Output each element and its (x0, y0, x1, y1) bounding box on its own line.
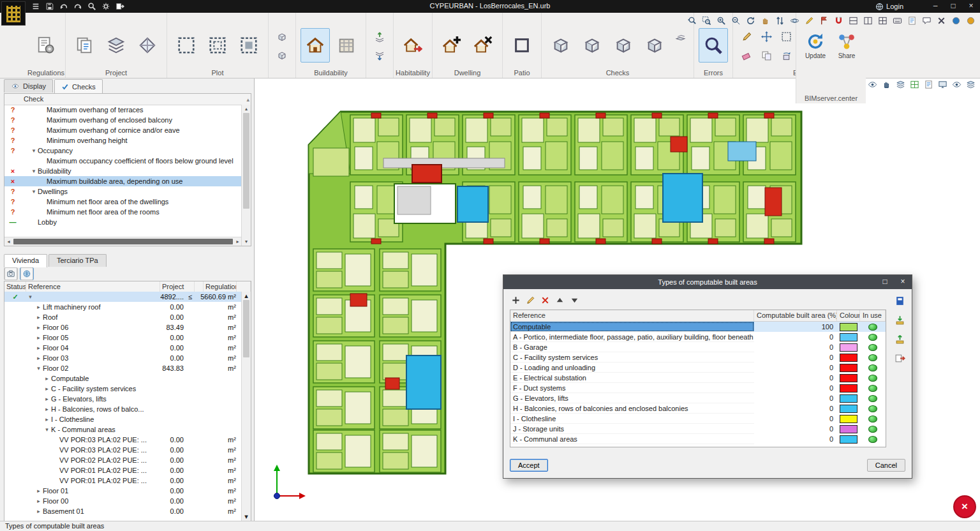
check-tree-item[interactable]: ×▾Buildability (4, 166, 242, 176)
visibility-icon[interactable] (866, 79, 878, 90)
pan-icon[interactable] (759, 14, 772, 27)
patio-button[interactable] (507, 28, 537, 63)
in-use-indicator[interactable] (868, 334, 877, 341)
colour-swatch[interactable] (840, 394, 858, 403)
check-tree-item[interactable]: ?Minimum net floor area of the rooms (4, 207, 242, 217)
colour-swatch[interactable] (840, 333, 858, 341)
tab-checks[interactable]: Checks (54, 79, 103, 93)
dialog-table-row[interactable]: I - Clothesline0 (510, 414, 886, 424)
region-button[interactable] (777, 28, 795, 45)
tree-vertical-scrollbar[interactable]: ▴▾ (241, 105, 251, 246)
check-buildability-button[interactable] (609, 28, 638, 63)
results-row[interactable]: VV POR:01 PLA:02 PUE: ...0.00m² (4, 475, 242, 486)
plot-area-button[interactable] (234, 28, 264, 63)
dialog-maximize-button[interactable]: □ (876, 275, 894, 289)
pan-view-icon[interactable] (880, 79, 892, 90)
in-use-indicator[interactable] (868, 395, 877, 402)
keyboard-icon[interactable] (891, 14, 904, 27)
results-row[interactable]: ▸Roof0.00m² (4, 312, 242, 322)
check-plan-button[interactable] (671, 28, 689, 45)
results-row[interactable]: ▸Lift machinery roof0.00m² (4, 302, 242, 312)
move-up-icon[interactable] (554, 294, 566, 306)
in-use-indicator[interactable] (868, 354, 877, 361)
zoom-in-icon[interactable] (715, 14, 728, 27)
import-config-icon[interactable] (893, 313, 906, 326)
warning-icon[interactable] (964, 14, 977, 27)
results-row[interactable]: ▸Floor 040.00m² (4, 343, 242, 353)
results-row[interactable]: ▸Basement 010.00m² (4, 506, 242, 516)
results-vertical-scrollbar[interactable]: ▴▾ (241, 292, 251, 521)
expand-toggle[interactable]: ▾ (30, 168, 38, 174)
check-tree-item[interactable]: ?Maximum overhang of terraces (4, 105, 242, 115)
check-occupancy-button[interactable] (577, 28, 607, 63)
dialog-titlebar[interactable]: Types of computable built areas □ × (503, 275, 912, 289)
expand-toggle[interactable]: ▾ (43, 424, 51, 435)
results-row[interactable]: ▸H - Balconies, rows of balco... (4, 404, 242, 414)
redraw-icon[interactable] (744, 14, 757, 27)
layers-icon[interactable] (895, 79, 906, 90)
results-row[interactable]: VV POR:01 PLA:02 PUE: ...0.00m² (4, 465, 242, 475)
monitor-icon[interactable] (937, 79, 948, 90)
views-icon[interactable] (773, 14, 787, 27)
undo-icon[interactable] (57, 1, 70, 12)
expand-toggle[interactable]: ▸ (43, 414, 51, 424)
in-use-indicator[interactable] (868, 436, 877, 443)
bim-model-icon[interactable] (893, 294, 906, 307)
dialog-table-row[interactable]: K - Communal areas0 (510, 434, 886, 444)
results-row[interactable]: ▸Floor 050.00m² (4, 333, 242, 343)
results-row[interactable]: VV POR:03 PLA:02 PUE: ...0.00m² (4, 435, 242, 445)
copy-image-icon[interactable] (4, 267, 18, 280)
maximize-button[interactable]: □ (944, 0, 962, 13)
window-grid-icon[interactable] (876, 14, 889, 27)
colour-swatch[interactable] (840, 364, 858, 372)
expand-toggle[interactable]: ▸ (34, 333, 43, 343)
expand-toggle[interactable]: ▸ (34, 343, 43, 353)
check-tree-item[interactable]: ×Maximum buildable area, depending on us… (4, 176, 242, 186)
delete-icon[interactable] (539, 294, 551, 306)
check-volume-button[interactable] (546, 28, 575, 63)
in-use-indicator[interactable] (868, 426, 877, 433)
update-button[interactable]: Update (801, 28, 830, 63)
colour-swatch[interactable] (840, 374, 858, 382)
dialog-table-row[interactable]: A - Portico, intermediate floor, passage… (510, 332, 886, 342)
reports-icon[interactable] (923, 79, 934, 90)
expand-toggle[interactable]: ▸ (34, 486, 43, 496)
colour-swatch[interactable] (840, 323, 858, 331)
layers-2-icon[interactable] (965, 79, 976, 90)
results-row[interactable]: ▾K - Communal areas (4, 424, 242, 435)
export-icon[interactable] (114, 1, 126, 12)
check-tree-item[interactable]: ?Maximum overhang of enclosed balcony (4, 115, 242, 125)
dialog-table-row[interactable]: E - Electrical substation0 (510, 373, 886, 383)
view-3d-button[interactable] (273, 28, 291, 45)
orbit-icon[interactable] (788, 14, 801, 27)
external-link-icon[interactable] (893, 352, 906, 364)
minimize-button[interactable]: – (926, 0, 944, 13)
results-row[interactable]: VV POR:03 PLA:02 PUE: ...0.00m² (4, 445, 242, 455)
expand-toggle[interactable]: ▸ (34, 302, 43, 312)
colour-swatch[interactable] (840, 405, 858, 413)
zoom-previous-icon[interactable] (685, 14, 699, 27)
cancel-button[interactable]: Cancel (867, 459, 905, 472)
results-row[interactable]: ▸C - Facility system services (4, 384, 242, 394)
transfer-up-button[interactable] (371, 28, 389, 45)
colour-swatch[interactable] (840, 354, 858, 362)
dialog-table-row[interactable]: G - Elevators, lifts0 (510, 393, 886, 403)
colour-swatch[interactable] (840, 343, 858, 352)
expand-toggle[interactable]: ▸ (34, 312, 43, 322)
dialog-table-row[interactable]: D - Loading and unloading0 (510, 363, 886, 373)
tab-display[interactable]: Display (4, 79, 53, 93)
dialog-table-row[interactable]: F - Duct systems0 (510, 383, 886, 393)
expand-toggle[interactable]: ▾ (34, 363, 43, 373)
edit-icon[interactable] (524, 294, 537, 306)
rotate-button[interactable] (777, 47, 795, 64)
tag-icon[interactable] (817, 14, 831, 27)
in-use-indicator[interactable] (868, 324, 877, 331)
save-icon[interactable] (43, 1, 56, 12)
zoom-window-icon[interactable] (700, 14, 713, 27)
dwelling-delete-button[interactable] (468, 28, 498, 63)
expand-toggle[interactable]: ▸ (43, 384, 51, 394)
dialog-table-row[interactable]: B - Garage0 (510, 342, 886, 352)
view-model-button[interactable] (273, 47, 291, 64)
plot-inner-button[interactable] (203, 28, 232, 63)
zoom-icon[interactable] (85, 1, 98, 12)
